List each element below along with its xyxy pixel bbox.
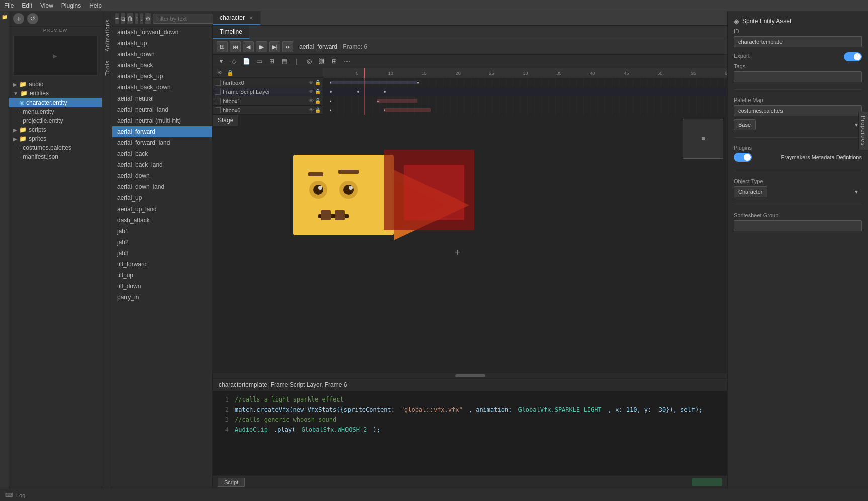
tree-item-menu-entity[interactable]: · menu.entity	[9, 107, 102, 116]
anim-item-aerial-down[interactable]: aerial_down	[112, 170, 212, 181]
anim-item-aerial-forward-land[interactable]: aerial_forward_land	[112, 137, 212, 148]
diamond-button[interactable]: ◇	[228, 56, 239, 66]
prev-frame-button[interactable]: ◀	[243, 41, 254, 52]
pin-button[interactable]: |	[291, 56, 302, 66]
duplicate-anim-button[interactable]: ⧉	[121, 13, 125, 24]
refresh-button[interactable]: ↺	[27, 13, 38, 24]
menu-help[interactable]: Help	[89, 2, 102, 9]
character-tab[interactable]: character ×	[213, 11, 261, 25]
add-file-button[interactable]: +	[13, 13, 24, 24]
anim-item-airdash-up[interactable]: airdash_up	[112, 38, 212, 49]
square-button[interactable]: ▭	[253, 56, 265, 66]
timeline-tab[interactable]: Timeline	[213, 26, 250, 39]
anim-item-aerial-back-land[interactable]: aerial_back_land	[112, 159, 212, 170]
eye-icon[interactable]: 👁	[309, 89, 314, 94]
anim-item-aerial-down-land[interactable]: aerial_down_land	[112, 181, 212, 192]
go-start-button[interactable]: ⏮	[230, 41, 241, 52]
export-toggle[interactable]	[844, 52, 862, 61]
doc-button[interactable]: 📄	[241, 56, 252, 66]
anim-item-airdash-back-down[interactable]: airdash_back_down	[112, 82, 212, 93]
anim-item-aerial-up[interactable]: aerial_up	[112, 192, 212, 204]
playhead-indicator[interactable]	[364, 68, 365, 78]
crop-button[interactable]: ⊞	[266, 56, 277, 66]
track-checkbox-hitbox0[interactable]	[215, 107, 221, 113]
frame-size-button[interactable]: ⊞	[217, 41, 228, 52]
palette-file-input[interactable]	[734, 105, 862, 116]
properties-side-tab[interactable]: Properties	[858, 112, 868, 150]
anim-item-airdash-down[interactable]: airdash_down	[112, 49, 212, 60]
stage-scrollbar-h[interactable]	[213, 373, 727, 378]
plugins-toggle[interactable]	[734, 153, 752, 162]
anim-item-tilt-down[interactable]: tilt_down	[112, 281, 212, 292]
anim-item-aerial-neutral[interactable]: aerial_neutral	[112, 93, 212, 104]
tree-item-scripts[interactable]: ▶ 📁 scripts	[9, 125, 102, 134]
tags-input[interactable]	[734, 71, 862, 82]
lock-header-icon[interactable]: 🔒	[226, 68, 235, 77]
object-type-select[interactable]: Character	[734, 186, 767, 197]
script-tab[interactable]: Script	[218, 478, 245, 487]
anim-item-tilt-forward[interactable]: tilt_forward	[112, 259, 212, 270]
menu-view[interactable]: View	[40, 2, 53, 9]
tree-item-sprites[interactable]: ▶ 📁 sprites	[9, 134, 102, 143]
grid-button[interactable]: ⊞	[329, 56, 340, 66]
lock-icon[interactable]: 🔒	[315, 80, 321, 85]
menu-plugins[interactable]: Plugins	[61, 2, 81, 9]
track-checkbox-hitbox1[interactable]	[215, 98, 221, 104]
animations-tab[interactable]: Animations	[103, 15, 111, 55]
frame-button[interactable]: ▤	[279, 56, 290, 66]
move-up-button[interactable]: ↑	[135, 13, 138, 24]
settings-anim-button[interactable]: ⚙	[145, 13, 151, 24]
anim-item-aerial-up-land[interactable]: aerial_up_land	[112, 204, 212, 215]
palette-select[interactable]: Base	[734, 119, 756, 130]
add-anim-button[interactable]: +	[115, 13, 119, 24]
anim-item-airdash-back[interactable]: airdash_back	[112, 60, 212, 71]
anim-item-parry-in[interactable]: parry_in	[112, 292, 212, 303]
track-content-hurtbox0[interactable]	[323, 78, 727, 87]
go-end-button[interactable]: ⏭	[282, 41, 293, 52]
file-tree-content[interactable]: ▶ 📁 audio ▼ 📁 entities ◉ character.entit…	[9, 78, 102, 489]
tree-item-character-entity[interactable]: ◉ character.entity	[9, 98, 102, 107]
spritesheet-group-input[interactable]	[734, 220, 862, 231]
anim-item-dash-attack[interactable]: dash_attack	[112, 215, 212, 226]
menu-file[interactable]: File	[4, 2, 14, 9]
track-content-hitbox1[interactable]	[323, 96, 727, 106]
tree-item-audio[interactable]: ▶ 📁 audio	[9, 80, 102, 89]
play-button[interactable]: ▶	[256, 41, 267, 52]
delete-anim-button[interactable]: 🗑	[127, 13, 133, 24]
anim-item-airdash-forward-down[interactable]: airdash_forward_down	[112, 27, 212, 38]
eye-icon[interactable]: 👁	[309, 107, 314, 113]
library-icon[interactable]: 📁	[1, 13, 8, 20]
image-button[interactable]: 🖼	[316, 56, 327, 66]
lock-icon[interactable]: 🔒	[315, 98, 321, 104]
eye-icon[interactable]: 👁	[309, 98, 314, 104]
id-input[interactable]	[734, 36, 862, 47]
lock-icon[interactable]: 🔒	[315, 89, 321, 94]
anim-item-aerial-back[interactable]: aerial_back	[112, 148, 212, 159]
anim-item-airdash-back-up[interactable]: airdash_back_up	[112, 71, 212, 82]
ruler-area[interactable]: 5 10 15 20 25 30 35 40 45 50 55 60	[323, 68, 727, 78]
anim-item-aerial-neutral-land[interactable]: aerial_neutral_land	[112, 104, 212, 115]
tree-item-entities[interactable]: ▼ 📁 entities	[9, 89, 102, 98]
tree-item-manifest-json[interactable]: · manifest.json	[9, 152, 102, 161]
anim-item-jab1[interactable]: jab1	[112, 226, 212, 237]
anim-item-aerial-forward[interactable]: aerial_forward	[112, 126, 212, 137]
anim-item-tilt-up[interactable]: tilt_up	[112, 270, 212, 281]
anim-item-jab3[interactable]: jab3	[112, 248, 212, 259]
scrollbar-thumb-h[interactable]	[455, 374, 485, 377]
menu-edit[interactable]: Edit	[22, 2, 32, 9]
track-content-frame-script[interactable]	[323, 87, 727, 96]
filter-button[interactable]: ▼	[216, 56, 227, 66]
lock-icon[interactable]: 🔒	[315, 107, 321, 113]
circle-button[interactable]: ◎	[304, 56, 315, 66]
track-checkbox-frame-script[interactable]	[215, 89, 221, 95]
eye-header-icon[interactable]: 👁	[215, 68, 224, 77]
move-down-button[interactable]: ↓	[140, 13, 143, 24]
tree-item-projectile-entity[interactable]: · projectile.entity	[9, 116, 102, 125]
anim-item-jab2[interactable]: jab2	[112, 237, 212, 248]
track-checkbox-hurtbox0[interactable]	[215, 80, 221, 86]
tree-item-costumes-palettes[interactable]: · costumes.palettes	[9, 143, 102, 152]
eye-icon[interactable]: 👁	[309, 80, 314, 85]
next-frame-button[interactable]: ▶|	[269, 41, 280, 52]
tab-close-icon[interactable]: ×	[249, 15, 252, 21]
anim-item-aerial-neutral-multihit[interactable]: aerial_neutral (multi-hit)	[112, 115, 212, 126]
